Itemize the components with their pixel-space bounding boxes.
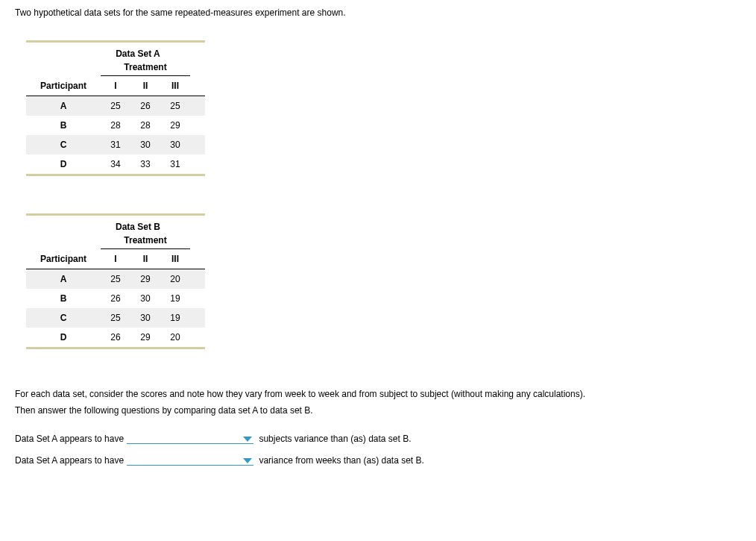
fill2-before: Data Set A appears to have xyxy=(15,455,124,466)
data-cell: 19 xyxy=(160,308,190,328)
dataset-a-table: Data Set A Treatment Participant I II II… xyxy=(26,40,205,176)
data-cell: 29 xyxy=(160,116,190,135)
treatment-label: Treatment xyxy=(101,234,190,249)
col-header-III: III xyxy=(160,76,190,96)
question-line-2: Then answer the following questions by c… xyxy=(15,405,313,416)
col-header-II: II xyxy=(130,249,160,269)
data-cell: 20 xyxy=(160,269,190,289)
participant-cell: A xyxy=(26,269,101,289)
data-cell: 26 xyxy=(101,328,130,347)
fill1-before: Data Set A appears to have xyxy=(15,434,124,444)
data-cell: 20 xyxy=(160,328,190,347)
dataset-a-title: Data Set A xyxy=(71,43,205,60)
data-cell: 25 xyxy=(160,96,190,116)
col-header-III: III xyxy=(160,249,190,269)
data-cell: 25 xyxy=(101,269,130,289)
participant-cell: C xyxy=(26,308,101,328)
fill1-after: subjects variance than (as) data set B. xyxy=(256,434,411,444)
table-row: C 25 30 19 xyxy=(26,308,205,328)
data-cell: 31 xyxy=(101,135,130,154)
col-header-I: I xyxy=(101,76,130,96)
dropdown-2[interactable] xyxy=(127,458,253,466)
data-cell: 30 xyxy=(130,135,160,154)
table-row: C 31 30 30 xyxy=(26,135,205,154)
data-cell: 26 xyxy=(130,96,160,116)
fill2-after: variance from weeks than (as) data set B… xyxy=(256,455,424,466)
dataset-b-title: Data Set B xyxy=(71,216,205,234)
table-bottom-border xyxy=(26,347,205,349)
treatment-label: Treatment xyxy=(101,60,190,76)
table-row: D 34 33 31 xyxy=(26,154,205,174)
data-cell: 26 xyxy=(101,289,130,308)
table-row: A 25 29 20 xyxy=(26,269,205,289)
data-cell: 28 xyxy=(101,116,130,135)
data-cell: 30 xyxy=(130,289,160,308)
data-cell: 31 xyxy=(160,154,190,174)
data-cell: 29 xyxy=(130,269,160,289)
col-header-I: I xyxy=(101,249,130,269)
chevron-down-icon xyxy=(243,437,252,442)
participant-header: Participant xyxy=(26,249,101,269)
data-cell: 29 xyxy=(130,328,160,347)
question-instructions: For each data set, consider the scores a… xyxy=(15,387,741,419)
participant-cell: B xyxy=(26,116,101,135)
data-cell: 19 xyxy=(160,289,190,308)
intro-text: Two hypothetical data sets for the same … xyxy=(15,7,741,18)
dropdown-1[interactable] xyxy=(127,437,253,444)
chevron-down-icon xyxy=(243,458,252,463)
data-cell: 25 xyxy=(101,96,130,116)
dataset-b-table: Data Set B Treatment Participant I II II… xyxy=(26,213,205,349)
participant-cell: D xyxy=(26,328,101,347)
participant-cell: A xyxy=(26,96,101,116)
col-header-II: II xyxy=(130,76,160,96)
data-cell: 34 xyxy=(101,154,130,174)
table-row: D 26 29 20 xyxy=(26,328,205,347)
data-cell: 33 xyxy=(130,154,160,174)
data-cell: 30 xyxy=(160,135,190,154)
question-line-1: For each data set, consider the scores a… xyxy=(15,389,585,399)
data-cell: 30 xyxy=(130,308,160,328)
participant-cell: B xyxy=(26,289,101,308)
table-row: B 26 30 19 xyxy=(26,289,205,308)
participant-header: Participant xyxy=(26,76,101,96)
data-cell: 25 xyxy=(101,308,130,328)
participant-cell: D xyxy=(26,154,101,174)
data-cell: 28 xyxy=(130,116,160,135)
table-row: A 25 26 25 xyxy=(26,96,205,116)
participant-cell: C xyxy=(26,135,101,154)
table-bottom-border xyxy=(26,174,205,176)
fill-question-2: Data Set A appears to have variance from… xyxy=(15,455,741,466)
fill-question-1: Data Set A appears to have subjects vari… xyxy=(15,434,741,444)
table-row: B 28 28 29 xyxy=(26,116,205,135)
